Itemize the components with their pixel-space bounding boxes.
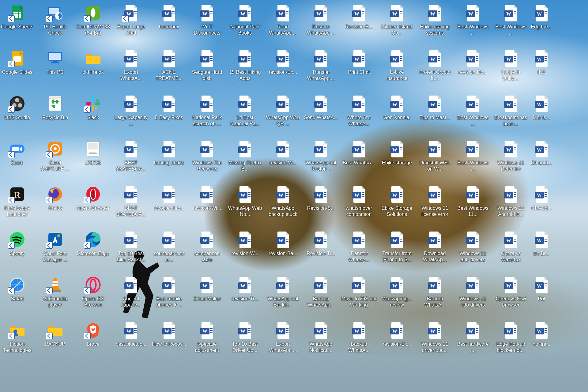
best-skateboard-2-doc[interactable]: WBEST SKATEBOA... (113, 185, 149, 217)
transfer-whatsapp-1-doc[interactable]: WTransfer WhatsApp ... (303, 49, 339, 81)
backup-whatsapp-2-doc[interactable]: WBackup WhatsA... (417, 276, 453, 308)
yo-fire-doc[interactable]: WYo fire... (530, 321, 552, 347)
transfer-whatsapp-2-doc[interactable]: WTransfer WhatsA... (341, 230, 377, 263)
best-windows-1-doc[interactable]: WBest Windows ... (454, 4, 491, 36)
brave-shortcut[interactable]: Brave (75, 321, 111, 347)
opera-vs-kiwi-doc[interactable]: WOpera vs Kiwi browser (492, 276, 529, 308)
ike-doc[interactable]: WIKE (530, 49, 552, 75)
win11-android-doc[interactable]: WWindows 11 Android E... (492, 185, 529, 217)
win11-adb-drivers-doc[interactable]: WWindows 11 adb drivers (454, 276, 491, 308)
comparison-table-doc[interactable]: Wcomparison table (189, 230, 225, 263)
safari-shortcut[interactable]: Safari (0, 276, 36, 302)
revision-w-1-doc[interactable]: Wrevision-W... (265, 140, 301, 166)
tips-to-master-doc[interactable]: WTips to Mast... (417, 94, 453, 121)
be-br-doc[interactable]: WBe Br... (530, 230, 552, 257)
wazzapmigrator-doc[interactable]: WWazzapmig... review (379, 276, 415, 308)
read-whatsapp-doc[interactable]: WRead WhatsApp ... (265, 4, 301, 36)
ebike-storage-doc[interactable]: WEbike storage (379, 140, 415, 166)
cricut-maker-doc[interactable]: WCricut Maker (189, 276, 225, 302)
acne-treatment-doc[interactable]: WACNE TREATME... (151, 49, 187, 81)
export-large-chat-doc[interactable]: WExport Large Chat (113, 4, 149, 36)
slack-shortcut[interactable]: Slack (75, 94, 111, 121)
ebike-insurance-doc[interactable]: WE-bike insurance (379, 49, 415, 81)
bike-rack-doc[interactable]: WTop 10 Best Bike Rack f... (113, 230, 149, 263)
best-windows-2-doc[interactable]: WBest Windows ... (492, 4, 529, 36)
firefox-shortcut[interactable]: Firefox (37, 185, 74, 211)
whatsapp-web-no-doc[interactable]: WWhatsApp Web No... (227, 185, 263, 217)
whatsmover-comparison-doc[interactable]: Wwhatsmover comparison (341, 185, 377, 217)
gen-xennial-doc[interactable]: WGen Xennial (379, 94, 415, 121)
opera-gx-shortcut[interactable]: Opera GX Browser (75, 276, 111, 308)
whatsapp-backup-stuck-doc[interactable]: WWhatsApp backup stuck (265, 185, 301, 217)
move-to-ios-doc[interactable]: WMove to iOS not Working (341, 276, 377, 308)
soundbar-doc[interactable]: Wsoundbar with re... (151, 230, 187, 263)
print-chat-doc[interactable]: WPrint Chat (341, 49, 377, 75)
pol-doc[interactable]: WPol (530, 276, 552, 302)
runescape-shortcut[interactable]: RRuneScape Launcher (0, 185, 36, 217)
send-whatsapp-doc[interactable]: WSend WhatsA... (303, 94, 339, 121)
best-whatsapp-doc[interactable]: WBest WhatsA... (341, 140, 377, 166)
best-national-parks-doc[interactable]: W14 Best National Pa... (227, 94, 263, 127)
edge-popup-blocker-doc[interactable]: WEdge Pop-up blocker not... (492, 321, 529, 353)
ancient-japanese-doc[interactable]: WAncient Japane... (113, 276, 149, 308)
best-hiking-apps-doc[interactable]: W15 Best Hiking Apps (227, 49, 263, 81)
old-firefox-folder[interactable]: old firefox (75, 49, 111, 75)
export-whatsapp-doc[interactable]: WExport WhatsA... (113, 49, 149, 81)
corel-font-manager-shortcut[interactable]: Corel Font Manager ... (37, 230, 74, 263)
export-whatsapp-2-doc[interactable]: WExport WhatsApp ... (265, 321, 301, 353)
opera-shortcut[interactable]: Opera Browser (75, 185, 111, 211)
google-slides-shortcut[interactable]: Google Slides (0, 49, 36, 75)
best-driver-updater-doc[interactable]: WTop 10 Best Driver Up... (227, 321, 263, 353)
best-skateboard-1-doc[interactable]: WBEST SKATEBOA... (113, 140, 149, 172)
transfer-iphone-doc[interactable]: WTransfer from iPhone to S... (379, 230, 415, 263)
ch-auto-doc[interactable]: WCh auto... (530, 140, 552, 166)
logitech-unifying-doc[interactable]: WLogitech Unifyi... (492, 49, 529, 81)
obs-studio-shortcut[interactable]: OBS Studio (0, 94, 36, 121)
kitchen-island-doc[interactable]: WKitchen Island Co... (379, 4, 415, 36)
recycle-bin[interactable]: Recycle Bin (37, 94, 74, 121)
pc-health-check-shortcut[interactable]: PC Health Check (37, 4, 74, 36)
revision-tr-1-doc[interactable]: WRevision-Tr... (303, 230, 339, 257)
whatsapp-web-qr-doc[interactable]: WWhatsApp Web QR ... (265, 94, 301, 127)
revision-ex-2-doc[interactable]: Wrevision-Ex... (379, 321, 415, 347)
seagate-hard-disk-doc[interactable]: WSeagate Hard disk (189, 49, 225, 81)
best-bluetooth-doc[interactable]: Wbest bluetoo... (113, 321, 149, 347)
best-windows-11-doc[interactable]: WBest Windows 11... (454, 185, 491, 217)
mer-is-doc[interactable]: WMer is... (530, 94, 552, 121)
edge-shortcut[interactable]: Microsoft Edge (75, 230, 111, 257)
backup-whatsapp-3-doc[interactable]: WBackup WhatsA... (341, 321, 377, 353)
hunting-chairs-doc[interactable]: Whunting chairs (151, 140, 187, 166)
whatsapp-notifications-doc[interactable]: WWhatsApp Notificati... (303, 321, 339, 353)
national-park-books-doc[interactable]: WNational Park Books (227, 4, 263, 36)
ebike-braking-doc[interactable]: WEbike braking systems (417, 4, 453, 36)
restore-whatsapp-doc[interactable]: WRestore WhatsApp ... (303, 4, 339, 36)
vlc-shortcut[interactable]: VLC media player (37, 276, 74, 308)
opera-vs-waterfox-doc[interactable]: WOpera vs Waterfox (492, 230, 529, 263)
typecase-adjustment-doc[interactable]: Wtypecase adjustment (189, 321, 225, 353)
download-whatsapp-doc[interactable]: WDownload WhatsAp... (417, 230, 453, 263)
revision-s-doc[interactable]: WRevision-S... (303, 185, 339, 211)
win11-ant-drivers-doc[interactable]: WWindows 11 ant- drivers (454, 230, 491, 263)
coreldraw-x8-shortcut[interactable]: CorelDRAW X8 (64-Bit) (75, 4, 111, 36)
revision-ex-1-doc[interactable]: Wrevision-Ex... (265, 49, 301, 75)
revision-b-doc[interactable]: WRevision-B... (341, 4, 377, 30)
ch-add-doc[interactable]: WCh Add... (530, 185, 552, 211)
whatsapp-not-restoring-doc[interactable]: WWhatsApp not Restori... (303, 140, 339, 172)
revision-w-2-doc[interactable]: Wrevision-W... (227, 230, 263, 257)
wifi-disconnects-doc[interactable]: WWi-Fi Disconnects (189, 4, 225, 36)
best-windows-4-doc[interactable]: WBest Windows ... (454, 140, 491, 172)
best-hardware-doc[interactable]: WBest hardware f... (454, 321, 491, 353)
boombox-doc[interactable]: Wboombox (151, 4, 187, 30)
missing-firefox-doc[interactable]: WMissing Firefox B... (227, 140, 263, 172)
np-scratch-off-doc[interactable]: WNational Park scratch off ... (189, 94, 225, 127)
ebike-storage-solutions-doc[interactable]: WEbike Storage Solutions (379, 185, 415, 217)
revision-do-doc[interactable]: Wrevision-Do... (454, 49, 491, 75)
backup-whatsapp-1-doc[interactable]: WBackup WhatsApp... (303, 276, 339, 308)
breakpoint-doc[interactable]: WBreakpoint has been... (492, 94, 529, 127)
desktop[interactable]: Google SheetsPC Health CheckCorelDRAW X8… (0, 0, 588, 392)
where-are-whatsapp-doc[interactable]: WWhere Are WhatsA... (341, 94, 377, 127)
win11-defender-doc[interactable]: WWindows 11 Defender (492, 140, 529, 172)
win11-license-error-doc[interactable]: WWindows 11 license error (417, 185, 453, 217)
windows-file-recovery-doc[interactable]: WWindows File Recovery (189, 140, 225, 172)
zoom-shortcut[interactable]: Zoom (0, 140, 36, 166)
